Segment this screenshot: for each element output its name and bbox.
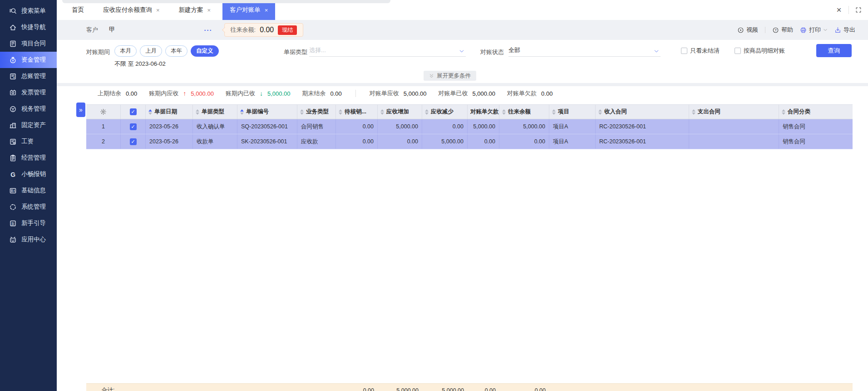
column-header-支出合同[interactable]: 支出合同 [689,105,779,119]
row-checkbox[interactable]: ✓ [130,138,137,145]
column-header-check[interactable]: ✓ [121,105,146,119]
period-range[interactable]: 不限 至 2023-06-02 [114,60,166,68]
action-视频[interactable]: 视频 [737,26,758,34]
column-header-单据日期[interactable]: 单据日期 [146,105,193,119]
table-row[interactable]: 2✓2023-05-26收款单SK-20230526-001应收款0.000.0… [86,134,853,149]
column-header-业务类型[interactable]: 业务类型 [297,105,336,119]
expand-more-button[interactable]: 展开更多条件 [424,71,476,81]
sidebar-item-快捷导航[interactable]: 快捷导航 [0,19,57,35]
column-header-单据编号[interactable]: 单据编号 [237,105,297,119]
sort-asc-icon [300,109,304,112]
cell-decr: 0.00 [422,119,468,134]
customer-value[interactable]: 甲 [109,26,115,34]
doc-type-select[interactable]: 选择... [309,44,466,57]
sidebar-item-税务管理[interactable]: 税务管理 [0,101,57,117]
sort-icon [148,109,152,115]
total-pending: 0.00 [336,384,378,391]
action-导出[interactable]: 导出 [834,26,855,34]
total-idx: 合计: [86,384,121,391]
cell-pending: 0.00 [336,119,378,134]
sidebar-item-label: 固定资产 [21,121,46,129]
cell-date: 2023-05-26 [146,119,193,134]
document-link[interactable]: SK-20230526-001 [241,138,287,145]
sidebar-item-label: 经营管理 [21,154,46,162]
chevron-down-icon [823,28,828,32]
sidebar-item-资金管理[interactable]: ¥资金管理 [0,52,57,68]
fullscreen-icon[interactable] [849,0,868,20]
sidebar-item-搜索菜单[interactable]: 搜索菜单 [0,3,57,19]
column-header-收入合同[interactable]: 收入合同 [596,105,689,119]
sidebar-item-新手引导[interactable]: 新新手引导 [0,215,57,231]
period-option-自定义[interactable]: 自定义 [191,45,219,57]
help-icon: ? [772,27,779,34]
column-header-合同分类[interactable]: 合同分类 [779,105,853,119]
period-option-本月[interactable]: 本月 [114,45,137,57]
row-checkbox[interactable]: ✓ [130,123,137,130]
sidebar-item-发票管理[interactable]: 发票管理 [0,84,57,101]
column-label: 单据类型 [202,108,224,116]
table-row[interactable]: 1✓2023-05-26收入确认单SQ-20230526-001合同销售0.00… [86,119,853,134]
checkbox-by-item[interactable]: 按商品明细对账 [735,47,785,55]
sidebar-item-应用中心[interactable]: 应用中心 [0,231,57,248]
summary-value: 5,000.00 [191,90,214,97]
more-icon[interactable]: ··· [204,26,212,34]
sidebar-item-小畅报销[interactable]: G小畅报销 [0,166,57,182]
window-close-icon[interactable]: × [829,0,848,20]
summary-item-对账单应收: 对账单应收5,000.00 [370,89,427,98]
search-button[interactable]: 查询 [816,44,852,57]
collapse-expander-button[interactable]: » [76,103,85,117]
balance-chip: 往来余额: 0.00 现结 [224,23,304,37]
ledger-icon: ¥ [9,73,17,80]
sidebar-item-项目合同[interactable]: 项目合同 [0,35,57,52]
close-icon[interactable]: × [207,7,211,14]
column-header-对账单欠款[interactable]: 对账单欠款 [468,105,499,119]
sidebar-item-系统管理[interactable]: 系统管理 [0,199,57,215]
tab-bar: 首页应收应付余额查询×新建方案×客户对账单× × [57,0,868,20]
sidebar-item-label: 发票管理 [21,88,46,97]
summary-value: 5,000.00 [267,90,291,97]
status-value: 全部 [508,46,520,54]
cell-balance: 5,000.00 [499,119,549,134]
home-icon [9,24,17,31]
sidebar-item-label: 资金管理 [21,56,46,64]
column-header-待核销...[interactable]: 待核销... [336,105,378,119]
column-label: 支出合同 [698,108,720,116]
document-link[interactable]: SQ-20230526-001 [241,123,288,130]
action-label: 帮助 [781,26,793,34]
checkbox-unsettled[interactable]: 只看未结清 [681,47,720,55]
status-select[interactable]: 全部 [508,44,661,57]
sidebar-item-label: 小畅报销 [21,170,46,178]
column-header-单据类型[interactable]: 单据类型 [193,105,237,119]
column-header-idx[interactable] [86,105,121,119]
gear-icon[interactable] [100,108,107,115]
sidebar-item-总账管理[interactable]: ¥总账管理 [0,68,57,84]
action-label: 打印 [809,26,821,34]
column-header-应收增加[interactable]: 应收增加 [378,105,422,119]
column-header-应收减少[interactable]: 应收减少 [422,105,468,119]
column-label: 对账单欠款 [470,108,499,116]
cell-income_contract: RC-20230526-001 [596,119,689,134]
cell-check: ✓ [121,119,146,134]
checkbox-icon [681,48,687,54]
sidebar-item-固定资产[interactable]: 固定资产 [0,117,57,133]
sort-asc-icon [148,109,152,112]
column-header-往来余额[interactable]: 往来余额 [499,105,549,119]
select-all-checkbox[interactable]: ✓ [130,108,137,115]
close-icon[interactable]: × [156,7,160,14]
sidebar-item-工资[interactable]: 工资 [0,133,57,150]
tab-label: 应收应付余额查询 [103,6,152,14]
action-帮助[interactable]: ?帮助 [772,26,793,34]
action-打印[interactable]: 打印 [800,26,828,34]
sort-asc-icon [692,109,695,112]
close-icon[interactable]: × [265,7,268,14]
sidebar-item-经营管理[interactable]: 经营管理 [0,150,57,166]
period-option-上月[interactable]: 上月 [140,45,162,57]
sidebar-item-基础信息[interactable]: A基础信息 [0,182,57,199]
period-option-本年[interactable]: 本年 [165,45,187,57]
sidebar-item-label: 工资 [21,137,34,146]
column-label: 项目 [558,108,569,116]
total-income_contract [596,384,689,391]
column-label: 单据日期 [154,108,177,116]
settle-badge[interactable]: 现结 [278,25,297,35]
column-header-项目[interactable]: 项目 [549,105,596,119]
